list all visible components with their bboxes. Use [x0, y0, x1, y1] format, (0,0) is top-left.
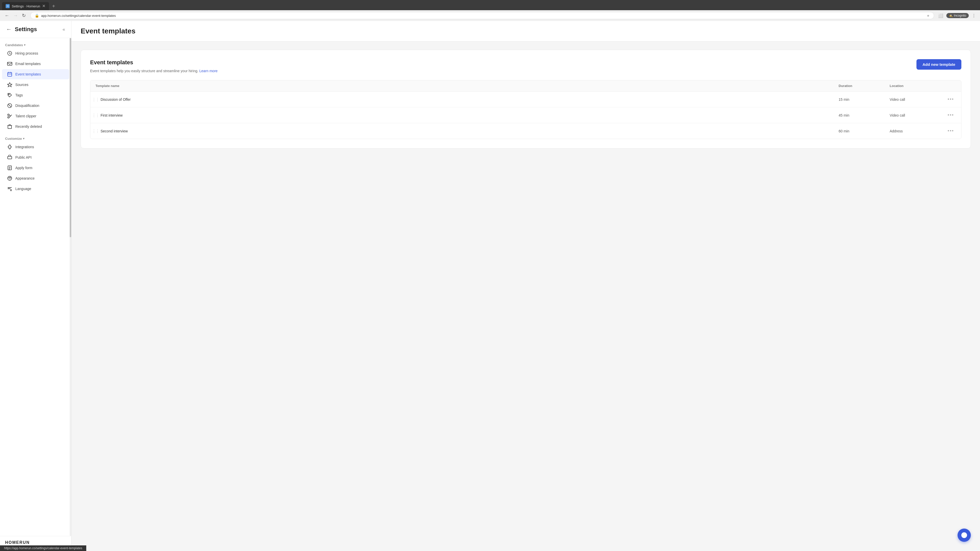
forward-button[interactable]: → — [12, 12, 19, 19]
sidebar-item-sources-label: Sources — [15, 83, 28, 87]
template-location-2: Video call — [890, 113, 941, 118]
collapse-sidebar-button[interactable]: « — [62, 27, 65, 32]
disqualification-icon — [7, 103, 12, 108]
tab-bar: H Settings · Homerun ✕ + — [0, 0, 980, 10]
help-fab[interactable] — [958, 529, 971, 542]
svg-point-6 — [8, 117, 9, 118]
sidebar: ← Settings « Candidates ▾ Hiring process — [0, 21, 72, 549]
candidates-chevron-icon: ▾ — [24, 43, 25, 47]
table-row: First interview 45 min Video call ••• — [90, 107, 961, 123]
sidebar-item-talent-clipper-label: Talent clipper — [15, 114, 37, 118]
customize-section-label: Customize ▾ — [0, 135, 71, 141]
column-header-name: Template name — [95, 84, 838, 88]
sidebar-item-disqualification-label: Disqualification — [15, 103, 39, 108]
tags-icon — [7, 93, 12, 98]
sidebar-header: ← Settings « — [0, 21, 71, 38]
templates-table: Template name Duration Location Discussi… — [90, 80, 961, 139]
template-actions-2: ••• — [941, 111, 956, 119]
address-bar[interactable]: 🔒 app.homerun.co/settings/calendar-event… — [30, 12, 934, 19]
sidebar-title: Settings — [15, 26, 37, 33]
template-location-1: Video call — [890, 97, 941, 102]
hiring-process-icon — [7, 51, 12, 56]
sidebar-item-integrations[interactable]: Integrations — [2, 142, 69, 152]
talent-clipper-icon — [7, 114, 12, 119]
apply-form-icon — [7, 165, 12, 170]
sidebar-item-integrations-label: Integrations — [15, 145, 34, 149]
sidebar-item-talent-clipper[interactable]: Talent clipper — [2, 111, 69, 121]
card-description: Event templates help you easily structur… — [90, 69, 218, 73]
scroll-track — [70, 38, 71, 536]
learn-more-link[interactable]: Learn more — [199, 69, 218, 73]
event-templates-card: Event templates Event templates help you… — [81, 50, 971, 148]
page-header: Event templates — [72, 21, 980, 41]
svg-line-9 — [9, 115, 11, 116]
svg-rect-11 — [8, 156, 12, 159]
appearance-icon — [7, 176, 12, 181]
template-menu-button-2[interactable]: ••• — [945, 111, 956, 119]
sidebar-item-hiring-process[interactable]: Hiring process — [2, 48, 69, 59]
drag-handle-1[interactable] — [90, 97, 100, 102]
sidebar-item-recently-deleted[interactable]: Recently deleted — [2, 121, 69, 132]
sidebar-item-hiring-process-label: Hiring process — [15, 51, 38, 56]
svg-point-3 — [9, 94, 10, 95]
new-tab-button[interactable]: + — [50, 2, 57, 10]
back-button[interactable]: ← — [3, 12, 11, 19]
template-menu-button-1[interactable]: ••• — [945, 96, 956, 103]
app-container: ← Settings « Candidates ▾ Hiring process — [0, 21, 980, 549]
sidebar-item-tags[interactable]: Tags — [2, 90, 69, 100]
template-menu-button-3[interactable]: ••• — [945, 127, 956, 135]
svg-rect-1 — [7, 62, 12, 65]
sidebar-item-email-templates-label: Email templates — [15, 62, 41, 66]
tab-title: Settings · Homerun — [12, 4, 40, 8]
url-text: app.homerun.co/settings/calendar-event-t… — [41, 14, 924, 17]
template-actions-1: ••• — [941, 96, 956, 103]
main-content: Event templates Event templates Event te… — [72, 21, 980, 549]
template-name-3: Second interview — [95, 129, 838, 133]
content-area: Event templates Event templates help you… — [72, 41, 980, 157]
back-to-app-button[interactable]: ← — [6, 26, 12, 33]
incognito-badge: 🕵 Incognito — [946, 13, 969, 18]
cast-button[interactable]: ⬜ — [937, 12, 944, 19]
card-title: Event templates — [90, 59, 218, 66]
page-title: Event templates — [81, 27, 971, 35]
table-header: Template name Duration Location — [90, 80, 961, 92]
template-actions-3: ••• — [941, 127, 956, 135]
menu-button[interactable]: ⋮ — [971, 12, 977, 19]
homerun-logo: HOMERUN — [5, 540, 66, 545]
drag-handle-3[interactable] — [90, 129, 100, 133]
sidebar-item-language[interactable]: Language — [2, 184, 69, 194]
sidebar-item-language-label: Language — [15, 187, 31, 191]
sidebar-item-disqualification[interactable]: Disqualification — [2, 100, 69, 111]
scroll-thumb — [70, 38, 71, 237]
email-templates-icon — [7, 61, 12, 66]
template-duration-1: 15 min — [838, 97, 890, 102]
sidebar-item-sources[interactable]: Sources — [2, 79, 69, 90]
column-header-duration: Duration — [838, 84, 890, 88]
recently-deleted-icon — [7, 124, 12, 129]
drag-handle-2[interactable] — [90, 113, 100, 118]
column-header-location: Location — [890, 84, 941, 88]
integrations-icon — [7, 144, 12, 149]
nav-right: ⬜ 🕵 Incognito ⋮ — [937, 12, 977, 19]
sidebar-nav: Candidates ▾ Hiring process Email templa… — [0, 38, 71, 536]
template-duration-2: 45 min — [838, 113, 890, 118]
tab-favicon: H — [6, 4, 10, 8]
sidebar-item-appearance[interactable]: Appearance — [2, 173, 69, 183]
sidebar-item-public-api[interactable]: Public API — [2, 152, 69, 162]
scrollbar[interactable] — [70, 38, 71, 536]
tab-close-button[interactable]: ✕ — [42, 4, 45, 8]
add-new-template-button[interactable]: Add new template — [916, 59, 961, 70]
template-location-3: Address — [890, 129, 941, 133]
active-tab[interactable]: H Settings · Homerun ✕ — [2, 2, 49, 10]
public-api-icon — [7, 155, 12, 160]
sidebar-item-tags-label: Tags — [15, 93, 23, 97]
reload-button[interactable]: ↻ — [21, 12, 27, 19]
sidebar-item-event-templates[interactable]: Event templates — [2, 69, 69, 79]
sidebar-item-apply-form[interactable]: Apply form — [2, 163, 69, 173]
event-templates-icon — [7, 72, 12, 77]
sidebar-item-apply-form-label: Apply form — [15, 166, 32, 170]
candidates-section-label: Candidates ▾ — [0, 41, 71, 48]
table-row: Discussion of Offer 15 min Video call ••… — [90, 92, 961, 107]
table-row: Second interview 60 min Address ••• — [90, 123, 961, 139]
sidebar-item-email-templates[interactable]: Email templates — [2, 59, 69, 69]
